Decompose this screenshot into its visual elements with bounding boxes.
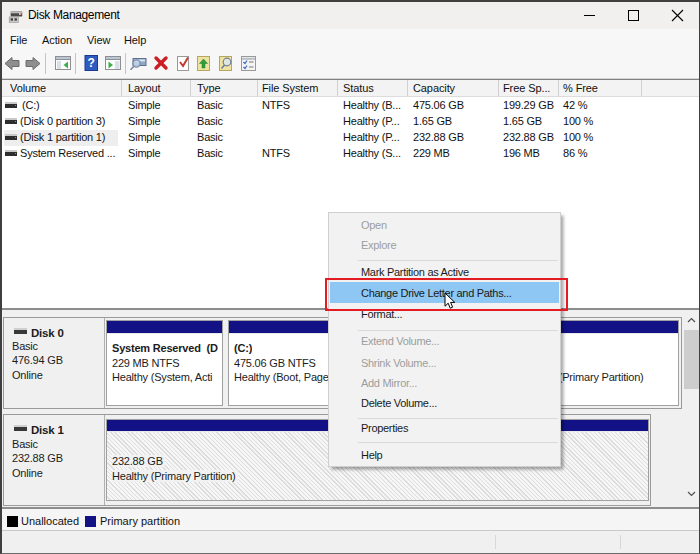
svg-text:?: ? [88, 56, 95, 70]
